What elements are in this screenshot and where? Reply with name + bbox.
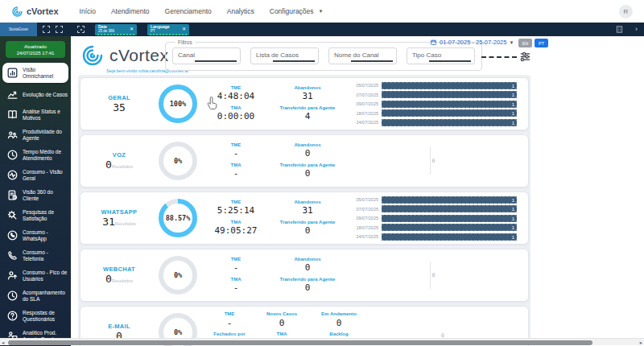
channel-name: WEBCHAT [87,266,151,273]
bar-row: 18/07/20251 [348,223,517,232]
chart-column-icon [6,67,19,79]
horizontal-scrollbar[interactable]: ◂ ▸ [0,338,644,345]
bar-row: 05/07/20251 [348,196,517,204]
sidebar-item-evolu-o-de-casos[interactable]: Evolução de Casos [0,84,71,105]
metric-abandonos: Abandonos0 [267,142,348,160]
donut-percentage: 0% [174,271,182,279]
channel-count-suffix: Recebidos [112,278,133,283]
chart-zero-label: 0 [432,158,436,164]
user-up-icon [6,270,19,282]
metric-tme: TME4:48:04 [204,85,267,103]
date-range-picker[interactable]: 01-07-2025 - 25-07-2025 ▼ [430,39,514,46]
filter-input-lista-de-casos[interactable]: Lista de Casos [250,47,319,64]
extension-tag-text: LanguagePT [151,24,170,33]
sidebar-item-vis-o-omnichannel[interactable]: Visão Omnichannel [2,63,68,83]
donut-percentage: 100% [170,100,186,108]
bar-value: 1 [512,83,514,89]
metric-header: Transferido para Agente [267,277,348,283]
metric-header: TMA [204,220,267,226]
filter-input-nome-do-canal[interactable]: Nome do Canal [328,47,397,64]
extension-tag-date[interactable]: Date25 de 366✕ [95,24,137,35]
channel-card-webchat: WEBCHAT0Recebidos0%TME-Abandonos0TMA-Tra… [80,249,529,302]
extension-chip[interactable]: StoriaGover [0,23,37,36]
filters-legend: Filtros [175,39,195,45]
channel-received-count: 0Recebidos [87,159,151,171]
filter-input-tipo-caso[interactable]: Tipo Caso [407,47,475,64]
empty-chart: 0 [348,146,522,176]
filter-sliders-icon[interactable] [518,50,532,64]
empty-chart: 0 [348,260,522,290]
sidebar: Atualizado 24/07/2025 17:41 Visão Omnich… [0,36,71,346]
topnav-item-gerenciamento[interactable]: Gerenciamento [165,7,212,15]
bar-value: 1 [512,92,514,98]
bar: 1 [382,91,517,98]
bar-date-label: 24/07/2025 [348,234,378,239]
bar-value: 1 [512,120,514,126]
metric-value: 0 [309,318,369,329]
channel-name: WHATSAPP [87,208,151,216]
sidebar-item-consumo-whatsapp[interactable]: Consumo - WhatsApp [0,225,71,245]
trend-icon [6,89,19,101]
metric-header: Transferido para Agente [267,105,348,112]
sidebar-item-label: Respostas de Questionários [23,310,69,323]
sidebar-item-tempo-m-dio-de-atendimento[interactable]: Tempo Médio de Atendimento [0,145,71,165]
close-icon[interactable]: ✕ [182,26,186,31]
sidebar-item-label: Visão Omnichannel [23,67,67,80]
metric-value: 0 [254,318,309,329]
main-brand: cVortex [109,46,169,65]
metric-novos-casos: Novos Casos0 [254,311,309,329]
topnav-menu: InícioAtendimentoGerenciamentoAnalyticsC… [80,7,324,15]
scroll-right-arrow-icon[interactable]: ▸ [640,339,642,346]
sidebar-item-vis-o-360-do-cliente[interactable]: Visão 360 do Cliente [0,185,71,205]
capture-window-icon[interactable] [56,26,63,33]
lang-en-button[interactable]: EN [518,39,532,47]
channel-received-count: 0Recebidos [87,273,151,286]
metric-header: Abandonos [267,257,348,263]
metric-tme: TME5:25:14 [204,200,267,217]
bar: 1 [382,196,517,204]
scroll-left-arrow-icon[interactable]: ◂ [2,339,4,346]
filter-input-canal[interactable]: Canal [172,47,241,64]
sidebar-item-pesquisas-de-satisfa-o[interactable]: Pesquisas de Satisfação [0,205,71,225]
chevron-right-icon[interactable]: › [635,26,638,33]
channel-card-whatsapp: WHATSAPP31Recebidos88.57%TME5:25:14Aband… [80,192,529,245]
channel-cards-list: GERAL35100%TME4:48:04Abandonos31TMA0:00:… [78,75,530,346]
sidebar-item-label: Consumo - Pico de Usuários [23,270,69,282]
channel-name: E-MAIL [87,323,151,330]
sidebar-item-consumo-telefonia[interactable]: Consumo - Telefonia [0,245,71,266]
metric-tme: TME- [204,142,267,160]
metric-header: TME [204,85,267,92]
bar: 1 [382,233,517,241]
book-icon [6,109,19,121]
daily-bar-chart: 05/07/2025107/07/2025109/07/2025118/07/2… [348,194,522,243]
phone-icon [6,249,19,262]
horizontal-scrollbar-thumb[interactable] [8,340,592,345]
sidebar-item-produtividade-do-agente[interactable]: Produtividade do Agente [0,125,71,145]
topnav-item-configura-es[interactable]: Configurações [270,7,314,15]
topnav-item-in-cio[interactable]: Início [80,7,96,15]
topnav-item-atendimento[interactable]: Atendimento [111,7,150,15]
sidebar-item-consumo-vis-o-geral[interactable]: Consumo - Visão Geral [0,165,71,185]
close-icon[interactable]: ✕ [130,26,134,31]
metric-tme: TME- [204,257,267,274]
metrics-grid: TME5:25:14Abandonos31TMA49:05:27Transfer… [204,200,348,237]
user-avatar[interactable]: R [619,5,633,19]
lang-pt-button[interactable]: PT [535,39,548,47]
sidebar-item-acompanhamento-do-sla[interactable]: Acompanhamento do SLA [0,286,71,306]
metric-value: 0 [267,262,348,274]
apps-grid-icon[interactable] [615,25,624,34]
record-target-icon[interactable] [77,26,85,33]
sidebar-item-an-lise-status-e-motivos[interactable]: Análise Status e Motivos [0,105,71,125]
extension-tag-language[interactable]: LanguagePT✕ [147,24,189,35]
capture-region-icon[interactable] [43,26,50,33]
sidebar-item-respostas-de-question-rios[interactable]: Respostas de Questionários [0,306,71,326]
sidebar-item-consumo-pico-de-usu-rios[interactable]: Consumo - Pico de Usuários [0,266,71,286]
metric-header: TME [204,200,267,206]
sidebar-item-label: Tempo Médio de Atendimento [23,149,69,162]
top-navbar: cVortex InícioAtendimentoGerenciamentoAn… [0,0,644,23]
topnav-logo[interactable]: cVortex [11,6,59,18]
bar: 1 [382,109,517,117]
topnav-item-analytics[interactable]: Analytics [227,7,254,15]
bar-row: 09/07/20251 [348,100,517,109]
bar: 1 [382,224,517,231]
